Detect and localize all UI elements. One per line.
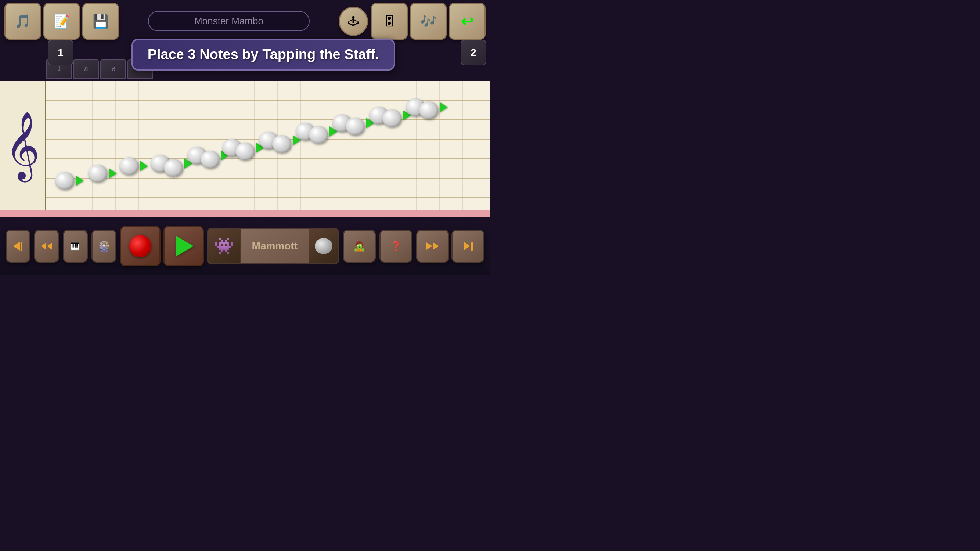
save-button[interactable]: 💾	[82, 3, 119, 40]
bottom-toolbar: 🎹 🎡 👾 Mammott 🧟 ❓	[0, 217, 490, 276]
page-1-button[interactable]: 1	[48, 40, 73, 65]
note-ball-4b	[164, 159, 183, 177]
mixer-button[interactable]: 🎛	[371, 3, 408, 40]
page-marker-left: 1	[48, 40, 73, 65]
wheel-button[interactable]: 🎡	[91, 229, 116, 263]
note-arrow-11	[440, 102, 448, 112]
note-ball-2	[88, 164, 107, 182]
skip-forward-icon	[426, 242, 439, 250]
playback-center: 👾 Mammott	[120, 226, 339, 266]
help-settings-button[interactable]: ❓	[379, 229, 412, 263]
piano-button[interactable]: 🎹	[63, 229, 88, 263]
page-tab-3[interactable]: ♬	[100, 59, 126, 79]
treble-clef-icon: 𝄞	[5, 116, 40, 175]
note-ball-10b	[382, 110, 401, 127]
note-ball-8b	[309, 126, 328, 143]
toolbar-left: 🎵 📝 💾	[5, 3, 119, 40]
music-note-10	[369, 104, 411, 127]
music-note-1	[55, 172, 84, 190]
note-ball-9b	[346, 118, 365, 135]
skip-controls	[416, 229, 485, 263]
play-icon	[176, 236, 194, 256]
music-note-2	[88, 164, 117, 182]
monster-selector: 👾 Mammott	[207, 228, 339, 264]
song-title-input[interactable]	[148, 11, 310, 31]
music-note-4	[151, 150, 192, 177]
note-arrow-2	[109, 168, 117, 178]
note-arrow-3	[140, 161, 148, 171]
music-note-11	[406, 96, 448, 119]
rewind-button[interactable]	[5, 229, 30, 263]
music-note-7	[259, 128, 301, 153]
monster-name: Mammott	[241, 237, 309, 255]
record-button[interactable]	[120, 226, 161, 266]
clef-area: 𝄞	[0, 81, 46, 217]
music-note-8	[296, 119, 337, 143]
play-button[interactable]	[164, 226, 204, 266]
record-icon	[129, 235, 151, 257]
note-arrow-1	[76, 175, 84, 186]
notes-container	[46, 81, 490, 217]
page-marker-right: 2	[461, 40, 486, 65]
note-ball-11b	[419, 101, 438, 119]
joystick-button[interactable]: 🕹	[339, 6, 368, 36]
rewind-icon	[13, 242, 22, 250]
monster-avatar[interactable]: 👾	[208, 228, 241, 264]
instruction-text: Place 3 Notes by Tapping the Staff.	[148, 47, 379, 62]
monster-sound-ball	[315, 238, 332, 254]
note-ball-1	[55, 172, 74, 190]
edit-button[interactable]: 📝	[43, 3, 80, 40]
top-toolbar: 🎵 📝 💾 🕹 🎛 🎶 ↩	[0, 0, 490, 42]
music-staff[interactable]: 𝄞	[0, 81, 490, 217]
music-note-9	[332, 111, 374, 135]
skip-forward-button[interactable]	[416, 229, 449, 263]
page-2-button[interactable]: 2	[461, 40, 486, 65]
note-ball-5b	[200, 151, 220, 168]
monsters-icon: 🧟	[353, 240, 365, 252]
music-note-6	[222, 135, 264, 160]
note-ball-3	[119, 157, 138, 175]
step-back-button[interactable]	[34, 229, 59, 263]
fast-forward-button[interactable]	[452, 229, 485, 263]
page-tab-2[interactable]: ♫	[73, 59, 99, 79]
wheel-icon: 🎡	[98, 240, 110, 252]
note-ball-7b	[272, 135, 291, 153]
instruction-box: Place 3 Notes by Tapping the Staff.	[132, 38, 396, 70]
step-back-icon	[41, 242, 52, 250]
monster-sound-button[interactable]	[309, 228, 338, 264]
song-title-area	[119, 11, 339, 31]
toolbar-right: 🎛 🎶 ↩	[371, 3, 485, 40]
piano-icon: 🎹	[70, 242, 80, 250]
question-icon: ❓	[390, 240, 402, 252]
music-note-3	[119, 157, 148, 175]
music-notes-button[interactable]: 🎵	[5, 3, 41, 40]
instruments-button[interactable]: 🎶	[410, 3, 447, 40]
page-tab-4[interactable]: ♪	[127, 59, 153, 79]
undo-button[interactable]: ↩	[449, 3, 485, 40]
bottom-right-controls: 🧟 ❓	[343, 229, 412, 263]
monster-face-icon: 👾	[214, 237, 234, 256]
note-ball-6b	[235, 143, 255, 160]
monsters-group-button[interactable]: 🧟	[343, 229, 376, 263]
staff-bottom-bar	[0, 210, 490, 217]
fast-forward-icon	[463, 242, 473, 250]
